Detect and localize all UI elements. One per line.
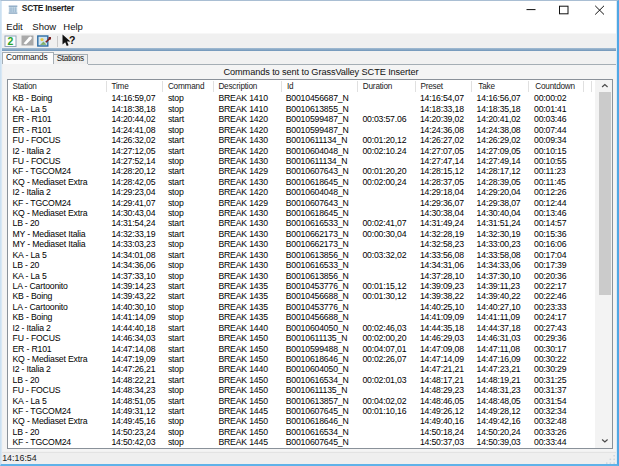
svg-text:2: 2 (8, 35, 14, 47)
svg-text:?: ? (69, 34, 75, 46)
